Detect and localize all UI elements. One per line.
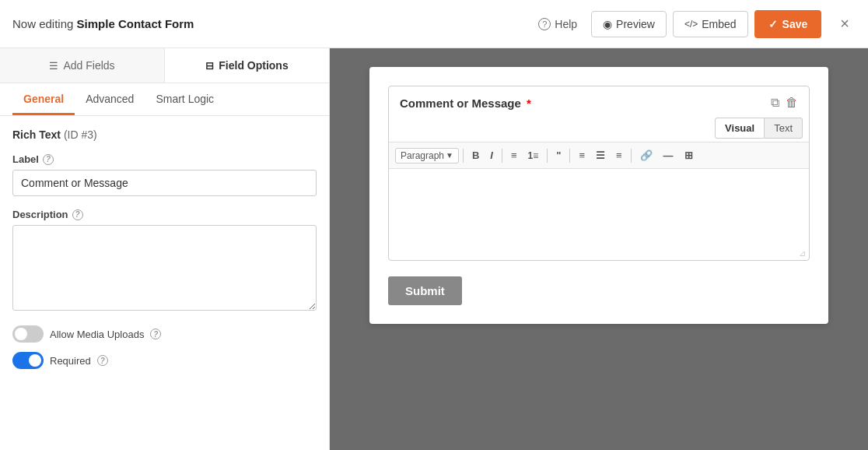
required-toggle[interactable] [12, 352, 44, 369]
description-group: Description ? [12, 209, 317, 313]
form-name: Simple Contact Form [77, 17, 194, 30]
help-button[interactable]: ? Help [530, 12, 585, 37]
options-icon: ⊟ [205, 60, 214, 72]
allow-media-toggle[interactable] [12, 325, 44, 343]
toolbar-sep-5 [631, 149, 632, 163]
required-row: Required ? [12, 352, 317, 369]
submit-button[interactable]: Submit [388, 276, 462, 305]
label-group: Label ? [12, 153, 317, 196]
field-id: (ID #3) [64, 128, 97, 141]
allow-media-help-icon[interactable]: ? [150, 329, 161, 339]
tab-smart-logic[interactable]: Smart Logic [145, 83, 225, 115]
description-text: Description [12, 209, 68, 220]
main-layout: ☰ Add Fields ⊟ Field Options General Adv… [0, 48, 868, 450]
allow-media-label: Allow Media Uploads [50, 329, 144, 340]
align-right-button[interactable]: ≡ [611, 147, 627, 163]
align-left-icon: ≡ [579, 149, 585, 161]
align-center-icon: ☰ [596, 149, 605, 161]
embed-button[interactable]: </> Embed [673, 11, 748, 37]
trash-icon[interactable]: 🗑 [786, 96, 798, 110]
allow-media-slider [12, 325, 44, 343]
field-type: Rich Text [12, 128, 61, 141]
tab-advanced[interactable]: Advanced [75, 83, 145, 115]
align-right-icon: ≡ [616, 149, 622, 161]
rich-text-icons: ⧉ 🗑 [771, 96, 798, 110]
field-options-label: Field Options [219, 59, 288, 72]
bold-button[interactable]: B [467, 147, 484, 163]
ol-button[interactable]: 1≡ [523, 147, 544, 163]
right-panel: Comment or Message * ⧉ 🗑 Visual Text [330, 48, 868, 450]
submit-label: Submit [405, 284, 445, 297]
align-left-button[interactable]: ≡ [574, 147, 590, 163]
smart-logic-label: Smart Logic [156, 93, 214, 105]
header: Now editing Simple Contact Form ? Help ◉… [0, 0, 868, 48]
required-slider [12, 352, 44, 369]
italic-button[interactable]: I [485, 147, 498, 163]
close-icon: × [840, 15, 849, 32]
allow-media-row: Allow Media Uploads ? [12, 325, 317, 343]
text-tab-label: Text [774, 122, 793, 134]
save-button[interactable]: ✓ Save [754, 10, 822, 38]
close-button[interactable]: × [834, 12, 856, 36]
visual-text-tabs: Visual Text [389, 118, 809, 142]
code-icon: </> [684, 19, 698, 30]
toolbar-sep-2 [502, 149, 502, 163]
text-tab[interactable]: Text [765, 118, 803, 139]
unordered-list-icon: ≡ [511, 149, 517, 161]
check-icon: ✓ [768, 18, 778, 30]
link-icon: 🔗 [640, 149, 653, 161]
hr-button[interactable]: — [659, 147, 678, 163]
header-actions: ? Help ◉ Preview </> Embed ✓ Save × [530, 10, 856, 38]
blockquote-icon: " [556, 149, 561, 161]
hr-icon: — [663, 149, 674, 161]
table-icon: ⊞ [684, 149, 693, 161]
dropdown-chevron-icon: ▼ [446, 151, 453, 160]
help-circle-icon: ? [538, 18, 551, 30]
label-input[interactable] [12, 170, 317, 196]
copy-icon[interactable]: ⧉ [771, 96, 779, 110]
toolbar-sep-1 [463, 149, 464, 163]
preview-label: Preview [616, 18, 655, 30]
header-title: Now editing Simple Contact Form [12, 17, 530, 30]
panel-content: Rich Text (ID #3) Label ? Description ? [0, 116, 329, 450]
blockquote-button[interactable]: " [551, 147, 565, 163]
rich-text-header: Comment or Message * ⧉ 🗑 [389, 86, 809, 118]
toolbar-sep-3 [547, 149, 548, 163]
label-help-icon[interactable]: ? [43, 154, 54, 165]
bold-icon: B [472, 149, 479, 161]
paragraph-select[interactable]: Paragraph ▼ [395, 148, 459, 163]
editor-toolbar: Paragraph ▼ B I ≡ 1≡ [389, 142, 809, 169]
form-preview-card: Comment or Message * ⧉ 🗑 Visual Text [369, 67, 828, 324]
tab-field-options[interactable]: ⊟ Field Options [165, 48, 329, 83]
tab-add-fields[interactable]: ☰ Add Fields [0, 48, 165, 83]
advanced-label: Advanced [86, 93, 134, 105]
table-button[interactable]: ⊞ [680, 147, 698, 163]
field-id-label: Rich Text (ID #3) [12, 128, 317, 141]
add-fields-label: Add Fields [63, 59, 114, 72]
rich-text-title: Comment or Message * [400, 97, 531, 110]
label-text: Label [12, 153, 39, 165]
ul-button[interactable]: ≡ [506, 147, 522, 163]
visual-tab-label: Visual [725, 122, 754, 134]
eye-icon: ◉ [603, 18, 612, 30]
toolbar-sep-4 [569, 149, 570, 163]
description-textarea[interactable] [12, 225, 317, 311]
preview-field-label: Comment or Message [400, 97, 521, 110]
required-help-icon[interactable]: ? [97, 355, 108, 366]
italic-icon: I [490, 149, 493, 161]
visual-tab[interactable]: Visual [715, 118, 765, 139]
editor-body[interactable] [389, 169, 809, 247]
link-button[interactable]: 🔗 [635, 147, 657, 163]
tab-general[interactable]: General [12, 83, 75, 115]
save-label: Save [782, 18, 808, 30]
description-help-icon[interactable]: ? [72, 209, 83, 220]
align-center-button[interactable]: ☰ [591, 147, 610, 163]
panel-tabs: ☰ Add Fields ⊟ Field Options [0, 48, 329, 83]
rich-text-field: Comment or Message * ⧉ 🗑 Visual Text [388, 86, 810, 261]
resize-handle: ⊿ [389, 247, 809, 260]
help-label: Help [555, 18, 577, 30]
label-field-label: Label ? [12, 153, 317, 165]
preview-button[interactable]: ◉ Preview [591, 11, 667, 37]
fields-icon: ☰ [49, 60, 58, 72]
required-star: * [527, 97, 531, 110]
